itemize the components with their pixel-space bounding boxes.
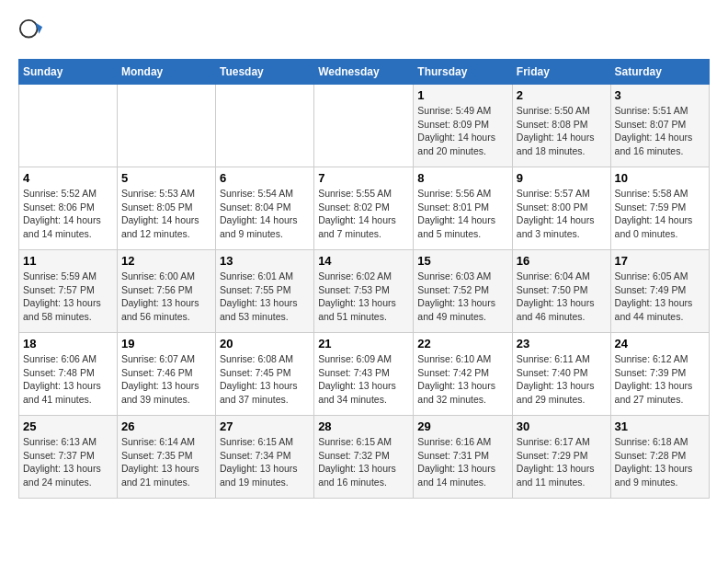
day-info: Sunrise: 5:51 AMSunset: 8:07 PMDaylight:… [615,104,705,158]
day-number: 1 [417,88,508,102]
day-number: 2 [517,88,607,102]
calendar-cell: 14Sunrise: 6:02 AMSunset: 7:53 PMDayligh… [314,250,414,333]
day-number: 6 [220,171,310,185]
day-number: 8 [417,171,508,185]
day-info: Sunrise: 6:02 AMSunset: 7:53 PMDaylight:… [318,270,409,324]
day-info: Sunrise: 5:49 AMSunset: 8:09 PMDaylight:… [417,104,508,158]
day-info: Sunrise: 6:09 AMSunset: 7:43 PMDaylight:… [318,352,409,407]
calendar-cell: 7Sunrise: 5:55 AMSunset: 8:02 PMDaylight… [314,167,414,250]
calendar-cell [215,85,313,167]
day-info: Sunrise: 5:57 AMSunset: 8:00 PMDaylight:… [517,187,607,241]
calendar-cell: 6Sunrise: 5:54 AMSunset: 8:04 PMDaylight… [215,167,313,250]
day-number: 18 [23,337,113,350]
day-info: Sunrise: 6:03 AMSunset: 7:52 PMDaylight:… [417,270,508,324]
day-number: 29 [417,419,508,433]
day-number: 20 [220,337,310,350]
logo-icon [18,18,44,44]
calendar-cell: 11Sunrise: 5:59 AMSunset: 7:57 PMDayligh… [19,250,118,333]
day-number: 7 [318,171,409,185]
day-info: Sunrise: 6:12 AMSunset: 7:39 PMDaylight:… [615,352,705,407]
calendar-cell: 18Sunrise: 6:06 AMSunset: 7:48 PMDayligh… [19,333,118,416]
calendar-cell: 29Sunrise: 6:16 AMSunset: 7:31 PMDayligh… [414,416,513,499]
day-number: 27 [220,419,310,433]
day-info: Sunrise: 6:11 AMSunset: 7:40 PMDaylight:… [517,352,607,407]
calendar-cell: 24Sunrise: 6:12 AMSunset: 7:39 PMDayligh… [610,333,709,416]
day-info: Sunrise: 6:15 AMSunset: 7:34 PMDaylight:… [220,435,310,489]
calendar-cell [314,85,414,167]
calendar-cell: 3Sunrise: 5:51 AMSunset: 8:07 PMDaylight… [610,85,709,167]
weekday-header-tuesday: Tuesday [215,60,313,85]
day-info: Sunrise: 6:14 AMSunset: 7:35 PMDaylight:… [121,435,211,489]
weekday-header-saturday: Saturday [610,60,709,85]
day-number: 5 [121,171,211,185]
calendar-cell: 8Sunrise: 5:56 AMSunset: 8:01 PMDaylight… [414,167,513,250]
calendar-cell: 21Sunrise: 6:09 AMSunset: 7:43 PMDayligh… [314,333,414,416]
day-info: Sunrise: 6:15 AMSunset: 7:32 PMDaylight:… [318,435,409,489]
calendar-cell: 16Sunrise: 6:04 AMSunset: 7:50 PMDayligh… [512,250,610,333]
day-number: 23 [517,337,607,350]
calendar-cell [19,85,118,167]
day-number: 16 [517,254,607,268]
day-info: Sunrise: 5:52 AMSunset: 8:06 PMDaylight:… [23,187,113,241]
day-info: Sunrise: 6:00 AMSunset: 7:56 PMDaylight:… [121,270,211,324]
calendar-cell: 15Sunrise: 6:03 AMSunset: 7:52 PMDayligh… [414,250,513,333]
calendar-cell: 9Sunrise: 5:57 AMSunset: 8:00 PMDaylight… [512,167,610,250]
day-number: 12 [121,254,211,268]
logo [18,18,48,44]
day-number: 4 [23,171,113,185]
day-number: 25 [23,419,113,433]
calendar-cell: 4Sunrise: 5:52 AMSunset: 8:06 PMDaylight… [19,167,118,250]
day-number: 21 [318,337,409,350]
day-info: Sunrise: 5:50 AMSunset: 8:08 PMDaylight:… [517,104,607,158]
day-number: 14 [318,254,409,268]
calendar-cell: 17Sunrise: 6:05 AMSunset: 7:49 PMDayligh… [610,250,709,333]
day-number: 17 [615,254,705,268]
day-number: 15 [417,254,508,268]
day-info: Sunrise: 6:04 AMSunset: 7:50 PMDaylight:… [517,270,607,324]
day-info: Sunrise: 5:54 AMSunset: 8:04 PMDaylight:… [220,187,310,241]
calendar-cell: 31Sunrise: 6:18 AMSunset: 7:28 PMDayligh… [610,416,709,499]
day-number: 11 [23,254,113,268]
calendar-cell: 20Sunrise: 6:08 AMSunset: 7:45 PMDayligh… [215,333,313,416]
calendar-cell: 22Sunrise: 6:10 AMSunset: 7:42 PMDayligh… [414,333,513,416]
day-number: 26 [121,419,211,433]
weekday-header-thursday: Thursday [414,60,513,85]
weekday-header-monday: Monday [117,60,215,85]
calendar-cell: 10Sunrise: 5:58 AMSunset: 7:59 PMDayligh… [610,167,709,250]
day-number: 31 [615,419,705,433]
day-number: 24 [615,337,705,350]
day-info: Sunrise: 6:16 AMSunset: 7:31 PMDaylight:… [417,435,508,489]
calendar-cell: 13Sunrise: 6:01 AMSunset: 7:55 PMDayligh… [215,250,313,333]
day-number: 10 [615,171,705,185]
day-info: Sunrise: 6:18 AMSunset: 7:28 PMDaylight:… [615,435,705,489]
page-header [18,18,710,44]
calendar-cell: 12Sunrise: 6:00 AMSunset: 7:56 PMDayligh… [117,250,215,333]
calendar-table: SundayMondayTuesdayWednesdayThursdayFrid… [18,59,710,499]
day-info: Sunrise: 5:55 AMSunset: 8:02 PMDaylight:… [318,187,409,241]
day-number: 22 [417,337,508,350]
day-info: Sunrise: 5:59 AMSunset: 7:57 PMDaylight:… [23,270,113,324]
calendar-cell: 30Sunrise: 6:17 AMSunset: 7:29 PMDayligh… [512,416,610,499]
day-info: Sunrise: 6:06 AMSunset: 7:48 PMDaylight:… [23,352,113,407]
day-info: Sunrise: 6:13 AMSunset: 7:37 PMDaylight:… [23,435,113,489]
day-info: Sunrise: 6:05 AMSunset: 7:49 PMDaylight:… [615,270,705,324]
weekday-header-sunday: Sunday [19,60,118,85]
day-number: 30 [517,419,607,433]
calendar-cell: 28Sunrise: 6:15 AMSunset: 7:32 PMDayligh… [314,416,414,499]
weekday-header-wednesday: Wednesday [314,60,414,85]
calendar-cell: 25Sunrise: 6:13 AMSunset: 7:37 PMDayligh… [19,416,118,499]
day-number: 19 [121,337,211,350]
day-info: Sunrise: 5:53 AMSunset: 8:05 PMDaylight:… [121,187,211,241]
day-number: 9 [517,171,607,185]
day-info: Sunrise: 6:17 AMSunset: 7:29 PMDaylight:… [517,435,607,489]
day-info: Sunrise: 5:58 AMSunset: 7:59 PMDaylight:… [615,187,705,241]
day-number: 3 [615,88,705,102]
calendar-cell: 19Sunrise: 6:07 AMSunset: 7:46 PMDayligh… [117,333,215,416]
day-number: 28 [318,419,409,433]
calendar-cell [117,85,215,167]
calendar-cell: 23Sunrise: 6:11 AMSunset: 7:40 PMDayligh… [512,333,610,416]
calendar-cell: 1Sunrise: 5:49 AMSunset: 8:09 PMDaylight… [414,85,513,167]
day-info: Sunrise: 5:56 AMSunset: 8:01 PMDaylight:… [417,187,508,241]
calendar-cell: 5Sunrise: 5:53 AMSunset: 8:05 PMDaylight… [117,167,215,250]
day-info: Sunrise: 6:07 AMSunset: 7:46 PMDaylight:… [121,352,211,407]
